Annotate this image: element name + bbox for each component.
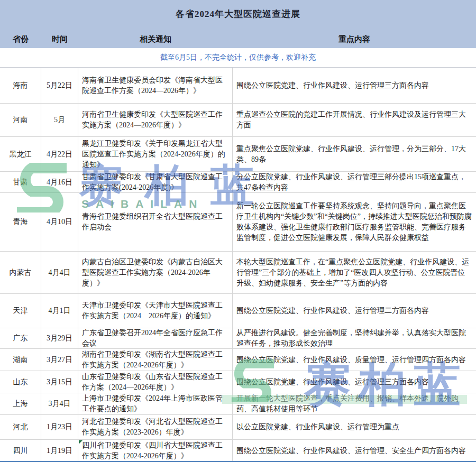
table-row: 四川 1月19日 四川省卫健委印发《四川省大型医院巡查工作实施方案（2024-2… xyxy=(0,440,476,462)
date-cell: 5月22日 xyxy=(41,68,78,103)
date-cell: 4月16日 xyxy=(41,172,78,192)
table-row: 山东 3月15日 山东省卫健委印发《山东省大型医院巡查工作方案（2024—202… xyxy=(0,371,476,393)
date-cell: 3月4日 xyxy=(41,393,78,414)
notice-cell: 内蒙古自治区卫健委印发《内蒙古自治区大型医院巡查工作实施方案（2024-2026… xyxy=(78,252,233,293)
notice-cell: 天津市卫健委印发《天津市大型医院巡查工作实施方案（2024 2026年度）的通知… xyxy=(78,294,233,328)
content-cell: 围绕公立医院党建、行业作风建设、运行管理三方面各内容 xyxy=(233,371,476,393)
province-cell: 海南 xyxy=(0,68,41,103)
date-cell: 3月29日 xyxy=(41,328,78,348)
content-cell: 以公立医院党建、行业作风建设、运行管理为重点 xyxy=(233,415,476,439)
column-header-row: 省份 时间 相关通知 重点内容 xyxy=(0,31,476,48)
table-row: 天津 4月1日 天津市卫健委印发《天津市大型医院巡查工作实施方案（2024 20… xyxy=(0,294,476,328)
notice-cell: 四川省卫健委印发《四川省大型医院巡查工作实施方案（2024-2026年度）》 xyxy=(78,440,233,461)
table-row: 湖南 3月27日 湖南省卫健委印发《湖南省大型医院巡查工作实施方案（2024-2… xyxy=(0,349,476,371)
date-cell: 4月10日 xyxy=(41,193,78,251)
province-cell: 广东 xyxy=(0,328,41,348)
table-row: 广东 3月29日 广东省卫健委召开2024年全省医疗应急工作会议 从严推进行风建… xyxy=(0,328,476,349)
date-cell: 4月1日 xyxy=(41,294,78,328)
note-row: 截至6月5日，不完全统计，仅供参考，欢迎补充 xyxy=(0,48,476,68)
table-row: 上海 3月4日 上海市卫健委印发《2024年上海市医政医管工作要点的通知》 开展… xyxy=(0,393,476,415)
table-row: 甘肃 4月16日 甘肃省卫健委印发《甘肃省大型医院巡查工作实施方案(2024-2… xyxy=(0,172,476,193)
date-cell: 4月4日 xyxy=(41,252,78,293)
content-cell: 围绕公立医院党建、行业作风建设、运行管理、安全生产四方面各内容 xyxy=(233,440,476,461)
province-cell: 天津 xyxy=(0,294,41,328)
notice-cell: 甘肃省卫健委印发《甘肃省大型医院巡查工作实施方案(2024-2026年度)》 xyxy=(78,172,233,192)
notice-cell: 山东省卫健委印发《山东省大型医院巡查工作方案（2024—2026年度）》 xyxy=(78,371,233,393)
date-cell: 3月15日 xyxy=(41,371,78,393)
table-row: 内蒙古 4月4日 内蒙古自治区卫健委印发《内蒙古自治区大型医院巡查工作实施方案（… xyxy=(0,252,476,294)
table-row: 河南 5月 河南省卫生健康委印发《大型医院巡查工作实施方案（2024—2026年… xyxy=(0,104,476,137)
table-row: 青海 4月10日 青海省卫健委组织召开全省大型医院巡查工作启动会 新一轮公立医院… xyxy=(0,193,476,252)
column-header-notice: 相关通知 xyxy=(78,31,233,48)
content-cell: 重点巡查公立医院的党建工作开展情况、行业作风建设及运行管理三大方面 xyxy=(233,104,476,136)
notice-cell: 河南省卫生健康委印发《大型医院巡查工作实施方案（2024—2026年度）》 xyxy=(78,104,233,136)
page-title: 各省2024年大型医院巡查进展 xyxy=(0,8,476,20)
province-cell: 青海 xyxy=(0,193,41,251)
content-cell: 从严推进行风建设。健全完善制度，坚持纠建并举，认真落实大型医院巡查任务，推动形成… xyxy=(233,328,476,348)
content-cell: 开展新一轮大型医院巡查，重点关注费用、报销、样本外送、院外购药、高值耗材使用等环… xyxy=(233,393,476,414)
table-row: 海南 5月22日 海南省卫生健康委员会印发《海南省大型医院巡查工作方案（2024… xyxy=(0,68,476,104)
province-cell: 甘肃 xyxy=(0,172,41,192)
table-row: 黑龙江 4月22日 黑龙江卫健委印发《关于印发黑龙江省大型医院巡查工作实施方案（… xyxy=(0,137,476,172)
date-cell: 3月27日 xyxy=(41,349,78,371)
column-header-content: 重点内容 xyxy=(233,31,476,48)
province-cell: 黑龙江 xyxy=(0,137,41,171)
province-cell: 内蒙古 xyxy=(0,252,41,293)
table-body: 海南 5月22日 海南省卫生健康委员会印发《海南省大型医院巡查工作方案（2024… xyxy=(0,68,476,462)
province-cell: 四川 xyxy=(0,440,41,461)
date-cell: 5月 xyxy=(41,104,78,136)
province-cell: 山东 xyxy=(0,371,41,393)
content-cell: 围绕公立医院党建、行业作风建设、质量管理、运行管理四方面各内容 xyxy=(233,349,476,371)
content-cell: 围绕公立医院党建、行业作风建设、运行管理三方面各内容 xyxy=(233,68,476,103)
notice-cell: 黑龙江卫健委印发《关于印发黑龙江省大型医院巡查工作实施方案（2024-2026年… xyxy=(78,137,233,171)
province-cell: 河北 xyxy=(0,415,41,439)
notice-cell: 海南省卫生健康委员会印发《海南省大型医院巡查工作方案（2024—2026年）》 xyxy=(78,68,233,103)
notice-cell: 上海市卫健委印发《2024年上海市医政医管工作要点的通知》 xyxy=(78,393,233,414)
notice-cell: 湖南省卫健委印发《湖南省大型医院巡查工作实施方案（2024-2026年度）》 xyxy=(78,349,233,371)
date-cell: 1月19日 xyxy=(41,440,78,461)
content-cell: 本轮大型医院巡查工作，在“重点聚焦公立医院党建、行业作风建设、运行管理”三个部分… xyxy=(233,252,476,293)
hospital-inspection-table: 各省2024年大型医院巡查进展 省份 时间 相关通知 重点内容 截至6月5日，不… xyxy=(0,0,476,462)
province-cell: 湖南 xyxy=(0,349,41,371)
column-header-province: 省份 xyxy=(0,31,41,48)
notice-cell: 青海省卫健委组织召开全省大型医院巡查工作启动会 xyxy=(78,193,233,251)
province-cell: 河南 xyxy=(0,104,41,136)
content-cell: 围绕公立医院党建、行业作风建设、运行管理二方面各内容 xyxy=(233,294,476,328)
content-cell: 分公立医院党建、行业作风建设、运行管理三部分提出15项巡查重点，共47条检查内容 xyxy=(233,172,476,192)
date-cell: 1月23日 xyxy=(41,415,78,439)
notice-cell: 广东省卫健委召开2024年全省医疗应急工作会议 xyxy=(78,328,233,348)
column-header-date: 时间 xyxy=(41,31,78,48)
province-cell: 上海 xyxy=(0,393,41,414)
content-cell: 新一轮公立医院巡查工作要坚持系统观念、坚持问题导向，重点聚焦医疗卫生机构内“关键… xyxy=(233,193,476,251)
notice-cell: 河北省卫健委印发《河北省大型医院巡查工作实施方案（2023-2026）年度》 xyxy=(78,415,233,439)
date-cell: 4月22日 xyxy=(41,137,78,171)
content-cell: 重点聚焦公立医院党建、行业作风建设、运行管理，分为三部分、17大类、89条 xyxy=(233,137,476,171)
table-row: 河北 1月23日 河北省卫健委印发《河北省大型医院巡查工作实施方案（2023-2… xyxy=(0,415,476,440)
